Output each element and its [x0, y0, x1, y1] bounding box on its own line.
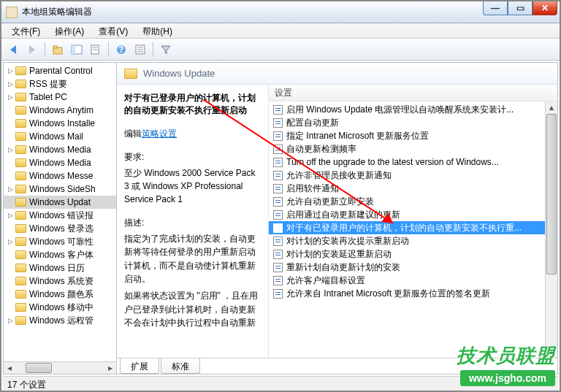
expand-icon[interactable]: ▷ — [8, 212, 15, 219]
settings-list-item[interactable]: 启用通过自动更新建议的更新 — [269, 208, 557, 221]
settings-list-item[interactable]: 对计划的安装延迟重新启动 — [269, 247, 557, 261]
settings-item-label: 指定 Intranet Microsoft 更新服务位置 — [286, 130, 429, 142]
tree-item[interactable]: ▷Windows 可靠性 — [4, 235, 116, 248]
window-title: 本地组策略编辑器 — [22, 6, 483, 18]
tree-item[interactable]: ▷Windows Media — [4, 143, 116, 156]
show-hide-tree-button[interactable] — [68, 41, 85, 58]
tree-item[interactable]: Windows Media — [4, 156, 116, 169]
edit-policy-link[interactable]: 策略设置 — [142, 128, 177, 139]
tree-item[interactable]: Windows Anytim — [4, 104, 116, 117]
folder-icon — [15, 172, 26, 180]
window-buttons: — ▭ ✕ — [483, 1, 560, 23]
tree-item-label: Windows 客户体 — [29, 249, 94, 261]
folder-icon — [15, 119, 26, 128]
tree-item[interactable]: Windows Updat — [4, 196, 116, 209]
filter-button[interactable] — [157, 41, 175, 58]
minimize-button[interactable]: — — [483, 1, 508, 15]
settings-list-item[interactable]: 允许非管理员接收更新通知 — [269, 169, 557, 182]
expand-icon[interactable]: ▷ — [8, 146, 15, 153]
tree-item[interactable]: ▷Tablet PC — [4, 91, 116, 104]
details-header: Windows Update — [117, 63, 557, 85]
settings-list-item[interactable]: 允许自动更新立即安装 — [269, 195, 557, 208]
tree-item[interactable]: Windows 系统资 — [4, 274, 116, 288]
forward-button[interactable] — [23, 41, 41, 58]
tree-panel: ▷Parental Control▷RSS 提要▷Tablet PCWindow… — [3, 62, 117, 374]
details-header-text: Windows Update — [143, 68, 215, 79]
tree-item[interactable]: ▷RSS 提要 — [4, 77, 116, 91]
tree-item[interactable]: ▷Parental Control — [4, 64, 116, 77]
menu-help[interactable]: 帮助(H) — [135, 23, 180, 38]
folder-icon — [15, 185, 26, 193]
tree-item[interactable]: Windows 登录选 — [4, 222, 116, 235]
settings-vscrollbar[interactable]: ▴▾ — [545, 101, 557, 358]
help-button[interactable]: ? — [112, 41, 130, 58]
policy-icon — [273, 184, 283, 193]
settings-list-item[interactable]: 允许来自 Intranet Microsoft 更新服务位置的签名更新 — [269, 287, 557, 300]
tree-item[interactable]: Windows 日历 — [4, 261, 116, 274]
policy-icon — [273, 118, 283, 128]
menu-view[interactable]: 查看(V) — [91, 23, 135, 38]
tree-item[interactable]: Windows Installe — [4, 117, 116, 130]
tab-extended[interactable]: 扩展 — [120, 358, 159, 374]
menubar: 文件(F) 操作(A) 查看(V) 帮助(H) — [1, 23, 560, 39]
tree-item[interactable]: ▷Windows 错误报 — [4, 209, 116, 222]
up-button[interactable] — [49, 41, 66, 58]
settings-column-header[interactable]: 设置 — [269, 85, 557, 101]
folder-icon — [15, 66, 26, 75]
tree-item-label: Windows SideSh — [29, 184, 96, 194]
maximize-button[interactable]: ▭ — [508, 1, 533, 15]
tree-item[interactable]: Windows 颜色系 — [4, 288, 116, 301]
settings-list-item[interactable]: 启用软件通知 — [269, 182, 557, 195]
settings-list-item[interactable]: Turn off the upgrade to the latest versi… — [269, 155, 557, 169]
folder-icon — [15, 277, 26, 285]
tree-item-label: Windows Installe — [29, 118, 95, 128]
settings-item-label: 重新计划自动更新计划的安装 — [286, 261, 400, 274]
settings-list-item[interactable]: 自动更新检测频率 — [269, 142, 557, 155]
settings-list-item[interactable]: 对计划的安装再次提示重新启动 — [269, 234, 557, 247]
settings-list-item[interactable]: 重新计划自动更新计划的安装 — [269, 261, 557, 274]
settings-list-item[interactable]: 启用 Windows Update 电源管理以自动唤醒系统来安装计... — [269, 103, 557, 116]
expand-icon[interactable]: ▷ — [8, 80, 15, 88]
tree-hscrollbar[interactable]: ◂▸ — [4, 361, 116, 374]
expand-icon[interactable]: ▷ — [8, 67, 15, 74]
folder-icon — [15, 303, 26, 312]
settings-list-item[interactable]: 允许客户端目标设置 — [269, 274, 557, 287]
menu-action[interactable]: 操作(A) — [47, 23, 91, 38]
expand-icon[interactable]: ▷ — [8, 317, 15, 324]
policy-icon — [273, 276, 283, 285]
export-button[interactable] — [87, 41, 104, 58]
settings-item-label: 允许来自 Intranet Microsoft 更新服务位置的签名更新 — [286, 288, 490, 300]
tree-item-label: Windows Media — [29, 145, 91, 155]
tree-item[interactable]: ▷Windows SideSh — [4, 182, 116, 196]
tab-standard[interactable]: 标准 — [161, 358, 200, 374]
tree-item-label: Windows 远程管 — [29, 315, 94, 327]
folder-icon — [15, 211, 26, 220]
tree-item[interactable]: ▷Windows 远程管 — [4, 314, 116, 327]
settings-item-label: 对计划的安装再次提示重新启动 — [286, 235, 409, 247]
folder-icon — [15, 224, 26, 233]
tree-item[interactable]: Windows Messe — [4, 169, 116, 182]
policy-icon — [273, 145, 283, 154]
tree-item-label: Windows 错误报 — [29, 210, 94, 222]
description-body: 指定为了完成计划的安装，自动更新将等待任何登录的用户重新启动计算机，而不是自动使… — [124, 232, 261, 286]
toolbar: ? — [1, 39, 560, 61]
tree-item-label: Tablet PC — [29, 92, 67, 102]
settings-item-label: Turn off the upgrade to the latest versi… — [286, 157, 499, 167]
policy-icon — [273, 237, 283, 246]
folder-icon — [15, 106, 26, 115]
settings-list-item[interactable]: 配置自动更新 — [269, 116, 557, 129]
folder-icon — [15, 132, 26, 141]
settings-list-item[interactable]: 指定 Intranet Microsoft 更新服务位置 — [269, 129, 557, 142]
menu-file[interactable]: 文件(F) — [4, 23, 47, 38]
back-button[interactable] — [4, 41, 22, 58]
expand-icon[interactable]: ▷ — [8, 185, 15, 193]
settings-list-item[interactable]: 对于有已登录用户的计算机，计划的自动更新安装不执行重... — [269, 221, 557, 234]
expand-icon[interactable]: ▷ — [8, 93, 15, 101]
properties-button[interactable] — [131, 41, 149, 58]
tree-item[interactable]: Windows 客户体 — [4, 248, 116, 261]
close-button[interactable]: ✕ — [533, 1, 557, 15]
expand-icon[interactable]: ▷ — [8, 238, 15, 245]
policy-icon — [273, 105, 283, 115]
tree-item[interactable]: Windows 移动中 — [4, 301, 116, 314]
tree-item[interactable]: Windows Mail — [4, 130, 116, 143]
